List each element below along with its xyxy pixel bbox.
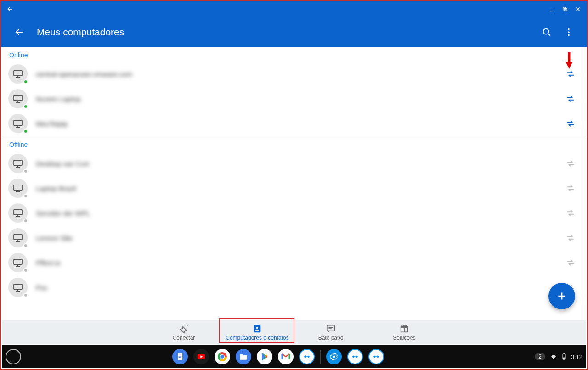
app-toolbar: Meus computadores	[1, 17, 587, 47]
computer-row[interactable]: Desktop van Cort	[2, 151, 586, 176]
connect-action-button[interactable]	[561, 204, 580, 222]
connect-icon	[179, 324, 189, 334]
shelf-app-files[interactable]	[236, 349, 251, 364]
computer-row[interactable]: central-operacoes-vmware.com	[2, 62, 586, 86]
computer-name: Servidor der WPL	[36, 209, 90, 217]
computer-name: central-operacoes-vmware.com	[36, 70, 132, 78]
computer-row[interactable]: Nuvem Laptop	[2, 86, 586, 111]
swap-arrows-icon	[565, 183, 576, 193]
computer-name: Pffect.io	[36, 259, 61, 267]
computer-row[interactable]: MeuTeiptp	[2, 111, 586, 136]
shelf-separator	[320, 350, 321, 364]
gift-icon	[399, 324, 409, 334]
svg-rect-17	[327, 325, 335, 331]
connect-action-button[interactable]	[561, 179, 580, 197]
computer-avatar	[8, 203, 28, 223]
svg-point-4	[568, 31, 570, 33]
computer-row[interactable]: Lenovo São	[2, 225, 586, 250]
toolbar-back-button[interactable]	[8, 21, 30, 43]
nav-chat-label: Bate papo	[318, 335, 344, 341]
arrow-left-icon	[6, 6, 14, 13]
nav-chat[interactable]: Bate papo	[294, 320, 368, 344]
shelf-app-gmail[interactable]	[278, 349, 294, 364]
swap-arrows-icon	[565, 233, 576, 243]
svg-rect-29	[563, 358, 565, 359]
youtube-icon	[196, 352, 206, 362]
shelf-app-docs[interactable]	[172, 349, 188, 364]
notification-count[interactable]: 2	[535, 353, 545, 360]
computer-row[interactable]: Pss	[2, 275, 586, 300]
minimize-icon	[549, 6, 555, 12]
shelf-app-host[interactable]	[368, 349, 384, 364]
svg-rect-7	[14, 95, 22, 101]
more-menu-button[interactable]	[558, 21, 580, 43]
more-vert-icon	[564, 27, 574, 37]
minimize-button[interactable]	[546, 3, 559, 16]
monitor-icon	[12, 257, 23, 268]
status-dot	[23, 219, 28, 223]
close-icon	[575, 6, 581, 12]
monitor-icon	[12, 282, 23, 293]
nav-solutions-label: Soluções	[393, 335, 415, 341]
shelf-app-teamviewer[interactable]	[299, 349, 315, 364]
shelf-app-quicksupport[interactable]	[347, 349, 363, 364]
wifi-icon	[550, 353, 557, 360]
system-tray[interactable]: 2 3:12	[535, 353, 582, 360]
offline-section-label: Offline	[2, 136, 586, 151]
monitor-icon	[12, 232, 23, 243]
connect-action-button[interactable]	[561, 114, 580, 133]
page-title: Meus computadores	[37, 27, 124, 38]
status-dot	[23, 268, 28, 273]
teamviewer-icon	[303, 353, 311, 361]
titlebar-back-button[interactable]	[4, 3, 17, 16]
status-dot	[23, 79, 28, 84]
shelf-app-youtube[interactable]	[193, 349, 209, 364]
search-button[interactable]	[536, 21, 558, 43]
computer-avatar	[8, 179, 28, 198]
chrome-icon	[215, 350, 229, 364]
connect-action-button[interactable]	[561, 253, 580, 272]
shelf-app-settings[interactable]	[326, 349, 342, 364]
computer-avatar	[8, 278, 28, 297]
computer-avatar	[8, 89, 28, 108]
status-dot	[23, 243, 28, 248]
add-fab-button[interactable]	[548, 283, 575, 309]
computer-name: Nuvem Laptop	[36, 95, 81, 103]
online-section-label: Online	[2, 47, 586, 62]
computer-row[interactable]: Pffect.io	[2, 250, 586, 275]
launcher-button[interactable]	[6, 349, 21, 364]
computer-name: MeuTeiptp	[36, 120, 68, 128]
nav-computers[interactable]: Computadores e contatos	[220, 320, 294, 344]
plus-icon	[556, 290, 568, 302]
connect-action-button[interactable]	[561, 65, 580, 83]
computer-name: Lenovo São	[36, 234, 73, 242]
nav-connect[interactable]: Conectar	[147, 320, 220, 344]
computer-avatar	[8, 228, 28, 247]
svg-rect-14	[14, 284, 22, 289]
contacts-icon	[252, 324, 262, 334]
maximize-icon	[562, 6, 568, 12]
bottom-navigation: Conectar Computadores e contatos Bate pa…	[2, 320, 586, 344]
shelf-app-chrome[interactable]	[215, 349, 230, 364]
computer-row[interactable]: Servidor der WPL	[2, 201, 586, 225]
svg-point-5	[568, 34, 570, 36]
computer-avatar	[8, 114, 28, 133]
computer-row[interactable]: Laptop Brazil	[2, 176, 586, 201]
connect-action-button[interactable]	[561, 229, 580, 247]
svg-rect-22	[178, 357, 180, 358]
maximize-button[interactable]	[559, 3, 571, 16]
connect-action-button[interactable]	[561, 154, 580, 173]
nav-connect-label: Conectar	[173, 335, 195, 341]
svg-point-16	[256, 326, 259, 329]
close-window-button[interactable]	[571, 3, 584, 16]
connect-action-button[interactable]	[561, 90, 580, 108]
nav-solutions[interactable]: Soluções	[368, 320, 441, 344]
shelf-app-playstore[interactable]	[257, 349, 272, 364]
computer-avatar	[8, 253, 28, 272]
svg-rect-21	[178, 356, 181, 356]
svg-rect-20	[178, 355, 181, 355]
status-dot	[23, 194, 28, 198]
computer-avatar	[8, 64, 28, 84]
monitor-icon	[12, 93, 23, 104]
gear-icon	[329, 352, 339, 361]
